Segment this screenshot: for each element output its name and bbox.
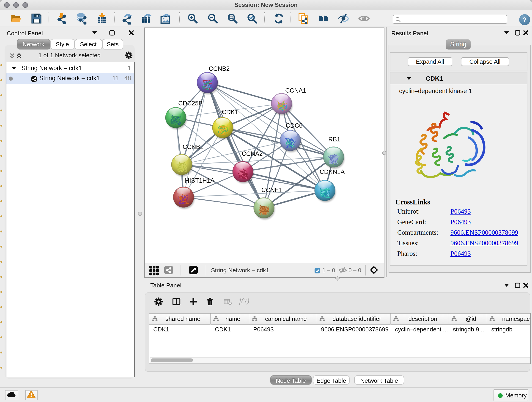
network-node-CDKN1A[interactable] [314,180,336,202]
results-panel-title: Results Panel [391,30,428,37]
refresh-button[interactable] [272,12,285,25]
birdseye-crosshair-icon[interactable] [370,266,378,276]
import-table-button[interactable] [95,12,108,25]
node-label-CCNA1: CCNA1 [285,87,306,94]
network-share-icon[interactable] [164,265,173,276]
network-options-gear-icon[interactable] [125,51,132,59]
tab-network-table[interactable]: Network Table [354,375,404,384]
table-columns-icon[interactable] [172,297,181,306]
zoom-fit-button[interactable] [226,12,239,25]
right-splitter-handle[interactable] [382,151,386,155]
results-panel-maximize-button[interactable] [514,29,521,36]
node-table[interactable]: shared namenamecanonical namedatabase id… [149,313,530,364]
warnings-button[interactable] [25,390,37,400]
results-panel-float-button[interactable] [503,29,510,36]
search-field[interactable] [393,15,507,24]
table-horizontal-scrollbar[interactable] [150,357,530,363]
bottom-splitter-handle[interactable] [336,276,340,281]
crosslink-link[interactable]: 9606.ENSP00000378699 [450,229,518,236]
results-panel-close-button[interactable] [522,29,529,36]
toolbar-separator [114,12,114,24]
help-button[interactable]: ? [519,14,530,25]
gene-expander-icon[interactable] [406,76,412,81]
table-cell[interactable]: cyclin–dependent ... [391,324,449,334]
network-node-CCNA1[interactable] [271,93,292,115]
crosslink-link[interactable]: P06493 [450,250,471,258]
hidden-eye-icon[interactable] [338,267,347,275]
network-collection-row[interactable]: String Network – cdk1 1 [6,64,134,73]
grid-view-icon[interactable] [149,265,159,277]
zoom-selected-button[interactable] [246,12,258,25]
tab-edge-table[interactable]: Edge Table [313,375,350,384]
home-network-button[interactable] [317,12,330,25]
crosslink-link[interactable]: P06493 [450,218,471,226]
zoom-in-button[interactable] [186,12,199,25]
network-graph[interactable]: CCNB2CCNA1CDC25BCDK1CDC6RB1CCNB1CCNA2CDK… [145,28,384,262]
table-row[interactable]: CDK1CDK1P064939606.ENSP00000378699cyclin… [149,324,530,334]
left-splitter-handle[interactable] [138,212,142,216]
column-header-shared-name[interactable]: shared name [149,313,211,324]
table-cell[interactable]: stringdb:9... [449,324,487,334]
search-input[interactable] [402,16,505,23]
cloud-button[interactable] [5,390,18,400]
column-header-canonical-name[interactable]: canonical name [249,313,317,324]
hide-selected-button[interactable] [337,12,349,25]
table-cell[interactable]: stringdb [487,324,530,334]
crosslink-link[interactable]: P06493 [450,208,471,216]
column-header-namespace[interactable]: namespace [487,313,530,324]
scrollbar-thumb[interactable] [151,358,193,362]
network-node-CCNB1[interactable] [171,154,192,176]
detach-view-icon[interactable] [189,265,198,276]
network-node-CDC25B[interactable] [165,107,186,129]
network-row[interactable]: String Network – cdk1 11 48 [6,73,134,84]
network-node-CCNA2[interactable] [232,161,253,183]
control-panel-maximize-button[interactable] [108,29,115,36]
table-delete-icon[interactable] [205,297,215,306]
table-cell[interactable]: CDK1 [211,324,249,334]
memory-button[interactable]: Memory [493,389,528,401]
tab-node-table[interactable]: Node Table [270,375,311,384]
control-panel-float-button[interactable] [91,29,98,36]
import-network-button[interactable] [55,12,68,25]
tab-style[interactable]: Style [50,39,75,49]
table-cell[interactable]: 9606.ENSP00000378699 [317,324,391,334]
network-node-CCNE1[interactable] [253,197,274,219]
save-button[interactable] [30,12,42,25]
tab-select[interactable]: Select [75,39,102,49]
expand-all-button[interactable]: Expand All [408,57,452,66]
table-cell[interactable]: CDK1 [149,324,211,334]
network-canvas[interactable]: CCNB2CCNA1CDC25BCDK1CDC6RB1CCNB1CCNA2CDK… [144,27,384,278]
new-table-button[interactable] [140,12,153,25]
open-folder-button[interactable] [10,12,22,25]
column-header-description[interactable]: description [391,313,449,324]
show-all-button[interactable] [358,12,370,25]
gene-section-header[interactable]: CDK1 [390,72,527,84]
tab-string[interactable]: String [446,39,471,50]
network-node-CDC6[interactable] [280,130,301,152]
copy-network-button[interactable] [297,12,310,25]
new-image-button[interactable] [159,12,172,25]
network-node-CDK1[interactable] [212,117,233,139]
network-node-RB1[interactable] [323,147,344,168]
table-cell[interactable]: P06493 [249,324,317,334]
column-header-name[interactable]: name [211,313,249,324]
table-panel-float-button[interactable] [503,281,510,289]
selected-checkbox-icon[interactable] [314,267,320,275]
collapse-all-button[interactable]: Collapse All [461,57,509,66]
network-node-HIST1H1A[interactable] [173,186,194,209]
tab-network[interactable]: Network [17,39,50,49]
column-header-database-identifier[interactable]: database identifier [317,313,391,324]
crosslink-link[interactable]: 9606.ENSP00000378699 [450,239,518,247]
zoom-out-button[interactable] [206,12,219,25]
table-panel-maximize-button[interactable] [514,281,521,289]
import-database-button[interactable] [75,12,88,25]
table-panel-close-button[interactable] [522,281,529,289]
collection-expander-icon[interactable] [11,65,16,70]
new-network-button[interactable] [121,12,133,25]
table-panel-title: Table Panel [150,282,181,289]
table-gear-icon[interactable] [154,297,163,306]
tab-sets[interactable]: Sets [102,39,123,49]
control-panel-close-button[interactable] [127,29,135,36]
table-add-icon[interactable] [189,297,198,306]
column-header-id[interactable]: @id [449,313,487,324]
